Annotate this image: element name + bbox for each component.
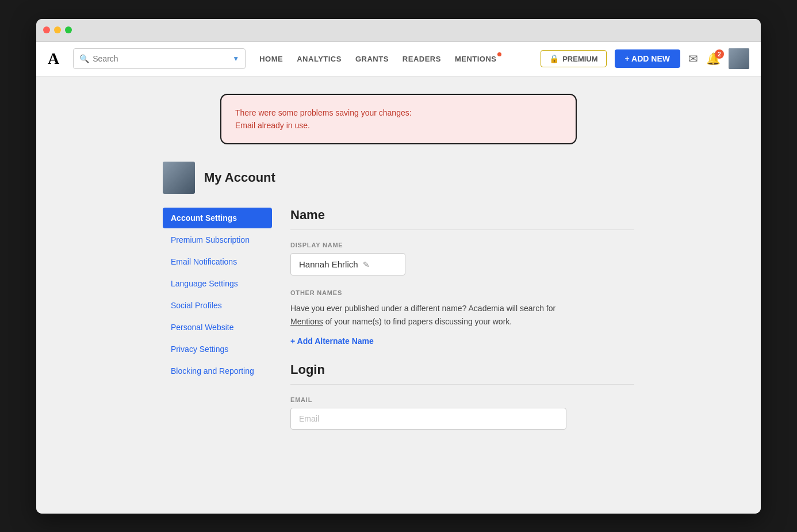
error-line1: There were some problems saving your cha… [235, 106, 562, 119]
avatar-image [729, 48, 749, 69]
login-section-heading: Login [290, 362, 634, 385]
avatar[interactable] [729, 48, 749, 69]
mentions-link[interactable]: Mentions [290, 317, 323, 326]
display-name-label: DISPLAY NAME [290, 242, 634, 248]
add-alternate-name-link[interactable]: + Add Alternate Name [290, 336, 374, 346]
content-area: There were some problems saving your cha… [36, 76, 761, 514]
nav-readers[interactable]: READERS [403, 55, 441, 63]
lock-icon: 🔒 [549, 54, 559, 63]
account-avatar [163, 162, 195, 194]
premium-button[interactable]: 🔒 PREMIUM [541, 50, 606, 67]
notification-badge: 2 [715, 49, 724, 59]
mail-icon: ✉ [688, 52, 698, 66]
premium-label: PREMIUM [562, 55, 597, 63]
email-input[interactable] [290, 408, 566, 430]
edit-icon[interactable]: ✎ [363, 260, 370, 269]
sidebar-item-social-profiles[interactable]: Social Profiles [163, 295, 272, 316]
maximize-dot[interactable] [65, 26, 72, 33]
display-name-box[interactable]: Hannah Ehrlich ✎ [290, 253, 405, 275]
mail-button[interactable]: ✉ [688, 52, 698, 66]
app-window: A 🔍 ▼ HOME ANALYTICS GRANTS READERS MENT… [36, 19, 761, 514]
error-text: There were some problems saving your cha… [235, 106, 562, 132]
nav-analytics[interactable]: ANALYTICS [297, 55, 342, 63]
sidebar-item-account-settings[interactable]: Account Settings [163, 208, 272, 228]
add-new-label: + ADD NEW [625, 54, 670, 63]
email-label: EMAIL [290, 396, 634, 403]
sidebar-item-email-notifications[interactable]: Email Notifications [163, 251, 272, 272]
main-content: Name DISPLAY NAME Hannah Ehrlich ✎ OTHER… [290, 208, 634, 430]
navbar: A 🔍 ▼ HOME ANALYTICS GRANTS READERS MENT… [36, 42, 761, 76]
logo: A [48, 49, 59, 68]
other-names-text-part2: of your name(s) to find papers discussin… [323, 317, 512, 326]
minimize-dot[interactable] [54, 26, 61, 33]
account-header: My Account [163, 162, 634, 194]
sidebar-nav: Account Settings Premium Subscription Em… [163, 208, 272, 430]
nav-home[interactable]: HOME [259, 55, 283, 63]
account-title: My Account [204, 170, 275, 185]
login-section: Login EMAIL [290, 362, 634, 430]
error-banner: There were some problems saving your cha… [220, 94, 577, 145]
search-icon: 🔍 [79, 54, 89, 63]
other-names-label: OTHER NAMES [290, 289, 634, 296]
close-dot[interactable] [43, 26, 50, 33]
name-section: Name DISPLAY NAME Hannah Ehrlich ✎ OTHER… [290, 208, 634, 346]
nav-actions: 🔒 PREMIUM + ADD NEW ✉ 🔔 2 [541, 48, 749, 69]
name-section-heading: Name [290, 208, 634, 230]
titlebar [36, 19, 761, 42]
sidebar-item-privacy-settings[interactable]: Privacy Settings [163, 339, 272, 359]
search-box[interactable]: 🔍 ▼ [73, 48, 246, 69]
search-input[interactable] [93, 54, 229, 63]
sidebar-item-blocking-reporting[interactable]: Blocking and Reporting [163, 361, 272, 381]
other-names-text-part1: Have you ever published under a differen… [290, 304, 555, 313]
nav-mentions[interactable]: MENTIONS [455, 55, 497, 63]
account-body: Account Settings Premium Subscription Em… [163, 208, 634, 430]
notification-button[interactable]: 🔔 2 [706, 52, 721, 66]
sidebar-item-premium-subscription[interactable]: Premium Subscription [163, 229, 272, 250]
sidebar-item-language-settings[interactable]: Language Settings [163, 273, 272, 294]
add-new-button[interactable]: + ADD NEW [615, 49, 680, 68]
error-line2: Email already in use. [235, 119, 562, 132]
sidebar-item-personal-website[interactable]: Personal Website [163, 317, 272, 338]
account-section: My Account Account Settings Premium Subs… [163, 162, 634, 430]
nav-grants[interactable]: GRANTS [355, 55, 389, 63]
chevron-down-icon[interactable]: ▼ [232, 55, 239, 63]
other-names-desc: Have you ever published under a differen… [290, 302, 566, 328]
nav-links: HOME ANALYTICS GRANTS READERS MENTIONS [259, 55, 496, 63]
display-name-value: Hannah Ehrlich [299, 259, 358, 269]
